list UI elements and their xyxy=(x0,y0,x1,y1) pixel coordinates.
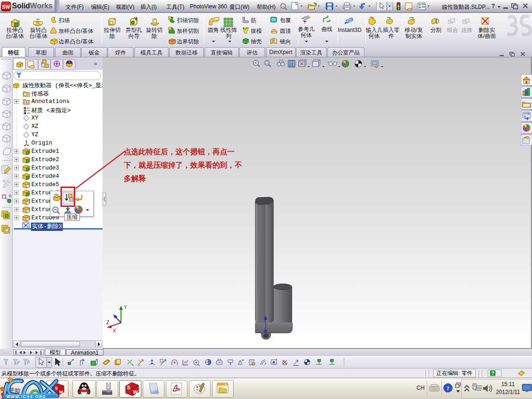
svg-text:Y: Y xyxy=(124,304,127,310)
svg-text:»: » xyxy=(94,60,97,67)
svg-text:A: A xyxy=(272,360,275,364)
svg-text:X: X xyxy=(113,328,116,333)
svg-text:S: S xyxy=(127,385,130,390)
svg-text:SW: SW xyxy=(2,4,10,10)
svg-text:Z: Z xyxy=(106,320,109,325)
svg-text:A: A xyxy=(25,101,28,105)
svg-text:?: ? xyxy=(447,385,450,392)
svg-text:?: ? xyxy=(491,371,494,376)
svg-text:W: W xyxy=(133,389,138,395)
